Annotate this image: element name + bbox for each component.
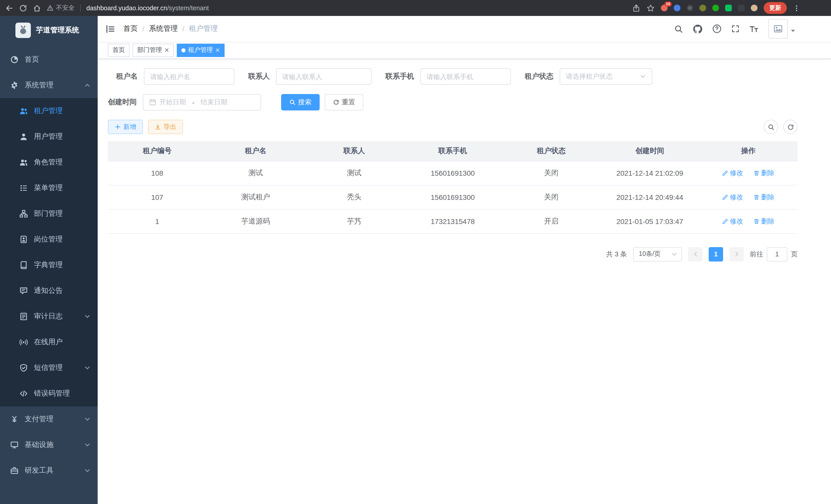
- back-icon[interactable]: [5, 4, 13, 12]
- address-bar[interactable]: dashboard.yudao.iocoder.cn/system/tenant: [86, 4, 209, 11]
- chevron-down-icon: [84, 365, 90, 371]
- chevron-down-icon: [84, 416, 90, 422]
- sidebar-item-menu-management[interactable]: 菜单管理: [0, 175, 98, 201]
- sidebar-item-post-management[interactable]: 岗位管理: [0, 227, 98, 252]
- page-number-1[interactable]: 1: [709, 247, 723, 261]
- sidebar-item-infrastructure[interactable]: 基础设施: [0, 432, 98, 458]
- goto-page-input[interactable]: [767, 247, 787, 261]
- yen-icon: [10, 415, 19, 423]
- extension-green-circle-icon[interactable]: [712, 5, 719, 11]
- extension-pink-icon[interactable]: 10: [661, 5, 667, 11]
- page-content: 租户名 联系人 联系手机: [98, 59, 831, 504]
- sidebar-item-error-code-management[interactable]: 错误码管理: [0, 381, 98, 406]
- id-badge-icon: [20, 235, 28, 243]
- table-toolbar: 新增 导出: [108, 120, 798, 134]
- sidebar-item-audit-log[interactable]: 审计日志: [0, 304, 98, 329]
- share-icon[interactable]: [632, 4, 640, 12]
- github-icon[interactable]: [693, 24, 703, 34]
- contact-input[interactable]: [282, 73, 365, 80]
- tags-view: 首页 部门管理 租户管理: [98, 41, 831, 59]
- home-icon[interactable]: [33, 4, 41, 12]
- browser-update-button[interactable]: 更新: [764, 2, 787, 14]
- user-menu[interactable]: [768, 19, 795, 38]
- extension-dark-ring-icon[interactable]: [687, 5, 693, 11]
- sidebar-item-home[interactable]: 首页: [0, 47, 98, 72]
- menu-list-icon: [20, 184, 28, 192]
- fullscreen-icon[interactable]: [731, 25, 740, 33]
- prev-page-button[interactable]: [688, 247, 703, 261]
- status-select[interactable]: 请选择租户状态: [560, 68, 652, 85]
- extension-dark-icon[interactable]: [738, 5, 745, 11]
- close-icon[interactable]: [215, 48, 220, 52]
- search-button[interactable]: 搜索: [281, 94, 320, 111]
- sidebar-item-role-management[interactable]: 角色管理: [0, 149, 98, 175]
- sidebar-item-user-management[interactable]: 用户管理: [0, 124, 98, 149]
- toolbar-right: [764, 120, 798, 134]
- edit-link[interactable]: 修改: [722, 216, 743, 226]
- phone-input-wrap: [420, 68, 511, 85]
- trash-icon: [753, 194, 760, 200]
- add-button[interactable]: 新增: [108, 120, 143, 134]
- avatar: [768, 19, 788, 38]
- search-icon[interactable]: [674, 24, 683, 33]
- main-area: 首页 / 系统管理 / 租户管理: [98, 16, 831, 504]
- sidebar-item-dict-management[interactable]: 字典管理: [0, 252, 98, 278]
- sidebar-fold-icon[interactable]: [105, 24, 115, 34]
- delete-link[interactable]: 删除: [753, 216, 774, 226]
- tenant-table: 租户编号 租户名 联系人 联系手机 租户状态 创建时间 操作 108 测试: [108, 141, 798, 234]
- column-contact: 联系人: [305, 141, 403, 161]
- sidebar-item-online-users[interactable]: 在线用户: [0, 329, 98, 355]
- extension-olive-icon[interactable]: [699, 5, 706, 11]
- edit-link[interactable]: 修改: [722, 192, 743, 202]
- sidebar-item-dept-management[interactable]: 部门管理: [0, 201, 98, 227]
- site-security[interactable]: 不安全: [47, 4, 75, 12]
- font-size-icon[interactable]: [749, 24, 758, 33]
- export-button[interactable]: 导出: [148, 120, 183, 134]
- plus-icon: [115, 124, 121, 130]
- tenant-name-input[interactable]: [150, 73, 228, 80]
- browser-menu-icon[interactable]: [793, 4, 800, 11]
- pagination: 共 3 条 10条/页 1 前往: [108, 247, 798, 261]
- app-window: 芋道管理系统 首页 系统管理: [0, 16, 831, 504]
- tenant-users-icon: [20, 107, 28, 115]
- help-icon[interactable]: [712, 24, 721, 33]
- dashboard-icon: [10, 56, 19, 64]
- delete-link[interactable]: 删除: [753, 168, 774, 178]
- extension-blue-icon[interactable]: [674, 5, 681, 11]
- close-icon[interactable]: [165, 48, 169, 52]
- pencil-icon: [722, 194, 728, 200]
- breadcrumb: 首页 / 系统管理 / 租户管理: [123, 24, 218, 33]
- sidebar-item-tenant-management[interactable]: 租户管理: [0, 98, 98, 124]
- refresh-icon: [333, 99, 339, 105]
- tab-tenant-management[interactable]: 租户管理: [177, 43, 225, 57]
- sidebar-item-payment[interactable]: 支付管理: [0, 406, 98, 432]
- page-size-select[interactable]: 10条/页: [633, 247, 682, 261]
- tab-dept-management[interactable]: 部门管理: [133, 43, 174, 57]
- app-logo[interactable]: 芋道管理系统: [0, 16, 98, 45]
- reset-button[interactable]: 重置: [325, 94, 363, 111]
- edit-link[interactable]: 修改: [722, 168, 743, 178]
- extension-green-square-icon[interactable]: [725, 5, 732, 11]
- breadcrumb-system[interactable]: 系统管理: [149, 24, 178, 33]
- trash-icon: [753, 218, 760, 224]
- show-search-toggle-button[interactable]: [764, 120, 778, 134]
- breadcrumb-home[interactable]: 首页: [123, 24, 138, 33]
- reload-icon[interactable]: [19, 4, 27, 12]
- phone-input[interactable]: [427, 73, 505, 80]
- bookmark-star-icon[interactable]: [647, 4, 655, 12]
- delete-link[interactable]: 删除: [753, 192, 774, 202]
- sidebar-item-notice[interactable]: 通知公告: [0, 278, 98, 304]
- sidebar-item-dev-tools[interactable]: 研发工具: [0, 458, 98, 483]
- pagination-total: 共 3 条: [606, 249, 627, 259]
- extension-tan-icon[interactable]: [751, 5, 757, 11]
- create-time-range-picker[interactable]: 开始日期 - 结束日期: [143, 94, 261, 111]
- next-page-button[interactable]: [729, 247, 744, 261]
- refresh-table-button[interactable]: [783, 120, 798, 134]
- logo-image: [16, 23, 31, 38]
- sidebar-item-system-management[interactable]: 系统管理: [0, 72, 98, 98]
- sidebar-menu: 首页 系统管理 租户管理: [0, 45, 98, 483]
- warning-icon: [47, 5, 53, 11]
- sidebar-item-sms-management[interactable]: 短信管理: [0, 355, 98, 381]
- tab-home[interactable]: 首页: [108, 43, 130, 57]
- gear-icon: [10, 81, 19, 89]
